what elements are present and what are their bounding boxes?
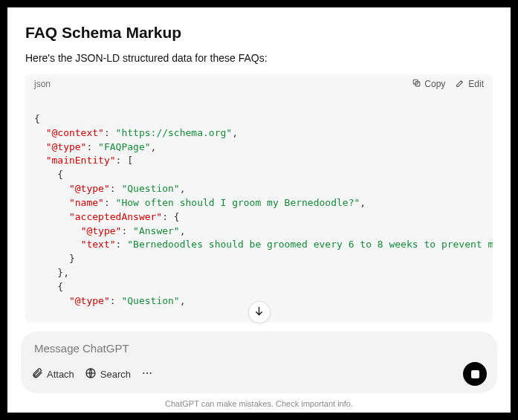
code-language-label: json [34,79,51,89]
svg-point-4 [146,372,148,373]
page-title: FAQ Schema Markup [25,24,493,42]
search-label: Search [100,369,131,380]
svg-point-5 [150,372,152,373]
attach-button[interactable]: Attach [31,367,74,381]
copy-label: Copy [424,79,445,89]
message-input[interactable]: Message ChatGPT [31,340,487,362]
copy-button[interactable]: Copy [412,78,445,90]
code-content: { "@context": "https://schema.org", "@ty… [25,94,493,323]
edit-label: Edit [468,79,484,89]
stop-icon [471,370,479,378]
globe-icon [85,367,97,381]
stop-button[interactable] [463,362,487,386]
svg-point-3 [143,372,144,373]
edit-icon [456,78,465,90]
arrow-down-icon [253,306,265,320]
scroll-down-button[interactable] [248,301,271,323]
code-header: json Copy Edit [25,74,493,94]
intro-text: Here's the JSON-LD structured data for t… [25,52,493,64]
code-block: json Copy Edit { "@context": "https://sc… [25,74,493,323]
attach-label: Attach [47,369,74,380]
edit-button[interactable]: Edit [456,78,484,90]
message-composer: Message ChatGPT Attach Search [21,332,497,393]
disclaimer-text: ChatGPT can make mistakes. Check importa… [7,399,511,408]
more-button[interactable] [141,367,153,381]
paperclip-icon [31,367,43,381]
search-button[interactable]: Search [85,367,131,381]
ellipsis-icon [141,367,153,381]
copy-icon [412,78,421,90]
